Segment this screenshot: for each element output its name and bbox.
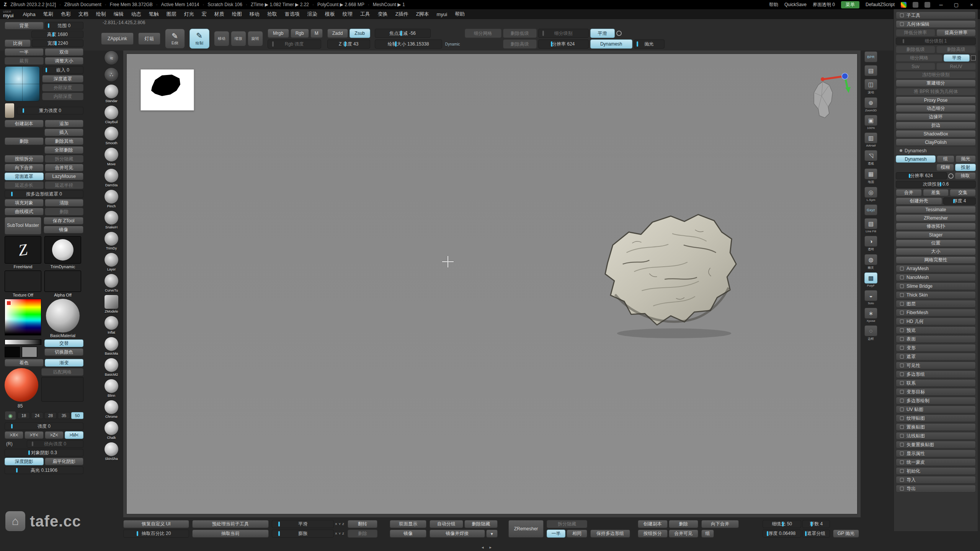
button-LazyMouse[interactable]: LazyMouse [45, 173, 84, 180]
menu-帮助[interactable]: 帮助 [451, 9, 469, 19]
save-ztool-button[interactable]: 保存 ZTool [44, 217, 83, 225]
slider-环数 4[interactable]: 环数 4 [802, 520, 830, 528]
palette-预览[interactable]: 预览 [896, 326, 976, 334]
depth-mask-button[interactable]: 深度遮罩 [42, 75, 83, 83]
shelf-frame[interactable]: ◌边框 [864, 325, 877, 341]
button-删除低级[interactable]: 删除低级 [896, 46, 935, 53]
button-将 BPR 转换为几何体[interactable]: 将 BPR 转换为几何体 [896, 88, 976, 95]
dynamesh-button[interactable]: Dynamesh [590, 39, 632, 49]
rgb-intensity-slider[interactable]: Rgb 强度 [268, 39, 321, 49]
layout-icon[interactable] [913, 2, 918, 8]
button-双倍[interactable]: 双倍 [45, 48, 84, 56]
button-组[interactable]: 组 [937, 155, 954, 163]
palette-纹理贴图[interactable]: 纹理贴图 [896, 414, 976, 422]
del-higher-button[interactable]: 删除高级 [503, 39, 537, 49]
slider-强度 0[interactable]: 强度 0 [5, 422, 83, 430]
timeline-frame-28[interactable]: 28 [44, 412, 57, 419]
timeline-frame-24[interactable]: 24 [31, 412, 43, 419]
button-裁剪[interactable]: 裁剪 [5, 57, 44, 65]
shelf-ghost[interactable]: ◍幽灵 [864, 254, 877, 270]
menu-图层[interactable]: 图层 [163, 9, 180, 19]
user-badge[interactable]: USER myui [0, 10, 19, 18]
button-网格完整性[interactable]: 网格完整性 [896, 256, 976, 264]
shelf-zoom3d[interactable]: ⊕Zoom3D [864, 97, 877, 112]
alpha-selector[interactable]: Alpha Off [44, 271, 81, 297]
button-抽取[interactable]: 抽取 [955, 172, 976, 179]
material-BasicMa[interactable]: BasicMa [104, 337, 119, 355]
help-button[interactable]: 帮助 [769, 2, 778, 8]
subtool-palette-bar[interactable]: 子工具 [896, 11, 976, 19]
button-比例[interactable]: 比例 [5, 39, 31, 47]
config-icon[interactable] [924, 2, 930, 8]
button-ReUV[interactable]: ReUV [936, 63, 976, 70]
button-Dynamesh[interactable]: Dynamesh [896, 155, 936, 163]
slider-次级投射 0.6[interactable]: 次级投射 0.6 [896, 181, 976, 188]
button-拆分隐藏[interactable]: 拆分隐藏 [547, 520, 587, 528]
button-合并可见[interactable]: 合并可见 [669, 530, 699, 538]
zadd-button[interactable]: Zadd [327, 29, 348, 38]
menu-宏[interactable]: 宏 [198, 9, 211, 19]
zapplink-button[interactable]: ZAppLink [101, 33, 134, 45]
menu-文档[interactable]: 文档 [75, 9, 92, 19]
slider-厚度 0.06498[interactable]: 厚度 0.06498 [763, 530, 801, 538]
slider-高光 0.11906[interactable]: 高光 0.11906 [5, 466, 83, 474]
menu-Alpha[interactable]: Alpha [19, 9, 39, 19]
menu-纹理[interactable]: 纹理 [339, 9, 356, 19]
palette-变形[interactable]: 变形 [896, 344, 976, 352]
palette-Slime Bridge[interactable]: Slime Bridge [896, 282, 976, 290]
palette-grid-icon[interactable] [901, 2, 906, 8]
button-删除[interactable]: 删除 [5, 137, 44, 145]
secondary-color-swatch[interactable] [22, 347, 37, 357]
slider-按多边形组遮罩 0[interactable]: 按多边形组遮罩 0 [5, 190, 83, 198]
button-向下合并[interactable]: 向下合并 [5, 164, 44, 171]
alternate-button[interactable]: 交替 [44, 339, 83, 347]
palette-遮罩[interactable]: 遮罩 [896, 353, 976, 360]
button-按组拆分[interactable]: 按组拆分 [638, 530, 668, 538]
gravity-direction-preview[interactable] [5, 103, 15, 118]
slider-范围 0[interactable]: 范围 0 [45, 22, 84, 29]
button-调整大小[interactable]: 调整大小 [45, 57, 84, 65]
button-清除[interactable]: 清除 [45, 199, 84, 207]
palette-多边形绘制[interactable]: 多边形绘制 [896, 397, 976, 404]
embed-slider[interactable]: 嵌入 0 [42, 66, 83, 74]
button-删除[interactable]: 删除 [45, 208, 84, 215]
current-brush-thumb[interactable]: Z FreeHand [5, 236, 41, 269]
button-提高分辨率[interactable]: 提高分辨率 [936, 29, 976, 36]
polish-slider[interactable]: 抛光 [634, 39, 665, 49]
slider-膨胀[interactable]: 膨胀 [272, 530, 334, 538]
button-边缘环[interactable]: 边缘环 [896, 113, 976, 121]
menu-变换[interactable]: 变换 [374, 9, 392, 19]
gravity-strength-slider[interactable]: 重力强度 0 [17, 107, 83, 114]
palette-置换贴图[interactable]: 置换贴图 [896, 423, 976, 431]
shelf-line-fill[interactable]: ▧Line Fill [864, 218, 877, 233]
shelf-xpose[interactable]: ∗Xpose [864, 308, 877, 323]
sdiv-slider[interactable]: 细分级别 [538, 29, 589, 38]
palette-初始化[interactable]: 初始化 [896, 467, 976, 475]
button-延迟步长[interactable]: 延迟步长 [5, 181, 44, 189]
button-创建外壳[interactable]: 创建外壳 [896, 197, 942, 205]
button-全部删除[interactable]: 全部删除 [44, 146, 84, 154]
material-selector[interactable]: BasicMaterial [44, 299, 81, 338]
canvas-scroll-hint[interactable]: ◂ ▸ [482, 545, 494, 550]
match-mesh-button[interactable]: 匹配网格 [41, 368, 83, 376]
button-追加[interactable]: 追加 [45, 120, 84, 127]
brush-Standar[interactable]: Standar [104, 84, 119, 103]
palette-图层[interactable]: 图层 [896, 300, 976, 308]
palette-多边形组[interactable]: 多边形组 [896, 370, 976, 378]
mirror-button[interactable]: 镜像 [44, 226, 83, 233]
material-BasicM2[interactable]: BasicM2 [104, 358, 119, 377]
menu-绘制[interactable]: 绘制 [92, 9, 110, 19]
palette-导出[interactable]: 导出 [896, 485, 976, 492]
shelf-local-symmetry[interactable]: ◎L.Sym [864, 187, 877, 202]
checkbox[interactable] [971, 55, 976, 60]
button-组[interactable]: 组 [701, 530, 714, 538]
button-深度阴影[interactable]: 深度阴影 [5, 458, 44, 465]
button-删除高级[interactable]: 删除高级 [936, 46, 976, 53]
circle-toggle[interactable] [616, 31, 622, 36]
button-相同[interactable]: 相同 [567, 530, 587, 538]
palette-导入[interactable]: 导入 [896, 476, 976, 484]
button-大小[interactable]: 大小 [896, 248, 976, 255]
button-创建副本[interactable]: 创建副本 [5, 120, 44, 127]
slider-宽度 2240[interactable]: 宽度 2240 [32, 39, 83, 47]
menu-首选项[interactable]: 首选项 [281, 9, 304, 19]
